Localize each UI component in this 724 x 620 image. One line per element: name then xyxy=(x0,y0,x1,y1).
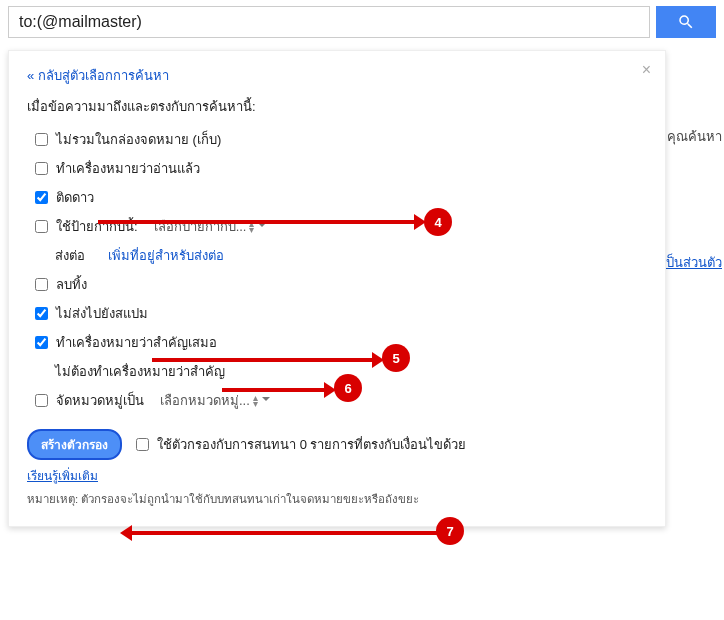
forward-prefix: ส่งต่อ xyxy=(55,245,85,266)
apply-label-checkbox[interactable] xyxy=(35,220,48,233)
label-dropdown-text: เลือกป้ายกำกับ... xyxy=(154,216,247,237)
add-forward-address-link[interactable]: เพิ่มที่อยู่สำหรับส่งต่อ xyxy=(108,245,224,266)
label-dropdown[interactable]: เลือกป้ายกำกับ... ▴▾ xyxy=(146,216,267,237)
learn-more-link[interactable]: เรียนรู้เพิ่มเติม xyxy=(27,466,98,485)
close-icon[interactable]: × xyxy=(642,61,651,79)
delete-checkbox[interactable] xyxy=(35,278,48,291)
categorize-checkbox[interactable] xyxy=(35,394,48,407)
search-input[interactable] xyxy=(8,6,650,38)
forward-option: ส่งต่อ เพิ่มที่อยู่สำหรับส่งต่อ xyxy=(55,245,647,266)
delete-label: ลบทิ้ง xyxy=(56,274,87,295)
back-to-search-link[interactable]: « กลับสู่ตัวเลือกการค้นหา xyxy=(27,65,169,86)
skip-inbox-checkbox[interactable] xyxy=(35,133,48,146)
note-text: หมายเหตุ: ตัวกรองจะไม่ถูกนำมาใช้กับบทสนท… xyxy=(27,490,647,508)
skip-inbox-option[interactable]: ไม่รวมในกล่องจดหมาย (เก็บ) xyxy=(35,129,647,150)
panel-heading: เมื่อข้อความมาถึงและตรงกับการค้นหานี้: xyxy=(27,96,647,117)
search-icon xyxy=(677,13,695,31)
search-button[interactable] xyxy=(656,6,716,38)
skip-inbox-label: ไม่รวมในกล่องจดหมาย (เก็บ) xyxy=(56,129,221,150)
always-important-checkbox[interactable] xyxy=(35,336,48,349)
star-option[interactable]: ติดดาว xyxy=(35,187,647,208)
create-filter-button[interactable]: สร้างตัวกรอง xyxy=(27,429,122,460)
apply-existing-checkbox[interactable] xyxy=(136,438,149,451)
apply-existing-label: ใช้ตัวกรองกับการสนทนา 0 รายการที่ตรงกับเ… xyxy=(157,434,466,455)
never-spam-checkbox[interactable] xyxy=(35,307,48,320)
category-dropdown[interactable]: เลือกหมวดหมู่... ▴▾ xyxy=(152,390,270,411)
search-bar xyxy=(0,0,724,44)
always-important-label: ทำเครื่องหมายว่าสำคัญเสมอ xyxy=(56,332,217,353)
apply-label-text: ใช้ป้ายกำกับนี้: xyxy=(56,216,138,237)
categorize-option: จัดหมวดหมู่เป็น เลือกหมวดหมู่... ▴▾ xyxy=(35,390,647,411)
categorize-text: จัดหมวดหมู่เป็น xyxy=(56,390,144,411)
apply-existing-option[interactable]: ใช้ตัวกรองกับการสนทนา 0 รายการที่ตรงกับเ… xyxy=(136,434,466,455)
never-important-label: ไม่ต้องทำเครื่องหมายว่าสำคัญ xyxy=(55,361,225,382)
dropdown-arrows-icon: ▴▾ xyxy=(253,395,258,407)
mark-read-checkbox[interactable] xyxy=(35,162,48,175)
never-important-option: ไม่ต้องทำเครื่องหมายว่าสำคัญ xyxy=(55,361,647,382)
never-spam-option[interactable]: ไม่ส่งไปยังสแปม xyxy=(35,303,647,324)
apply-label-option: ใช้ป้ายกำกับนี้: เลือกป้ายกำกับ... ▴▾ xyxy=(35,216,647,237)
star-label: ติดดาว xyxy=(56,187,94,208)
delete-option[interactable]: ลบทิ้ง xyxy=(35,274,647,295)
filter-panel: « กลับสู่ตัวเลือกการค้นหา × เมื่อข้อความ… xyxy=(8,50,666,527)
dropdown-arrows-icon: ▴▾ xyxy=(249,221,254,233)
star-checkbox[interactable] xyxy=(35,191,48,204)
mark-read-label: ทำเครื่องหมายว่าอ่านแล้ว xyxy=(56,158,200,179)
category-dropdown-text: เลือกหมวดหมู่... xyxy=(160,390,250,411)
mark-read-option[interactable]: ทำเครื่องหมายว่าอ่านแล้ว xyxy=(35,158,647,179)
bottom-row: สร้างตัวกรอง ใช้ตัวกรองกับการสนทนา 0 ราย… xyxy=(27,429,647,460)
always-important-option[interactable]: ทำเครื่องหมายว่าสำคัญเสมอ xyxy=(35,332,647,353)
never-spam-label: ไม่ส่งไปยังสแปม xyxy=(56,303,148,324)
